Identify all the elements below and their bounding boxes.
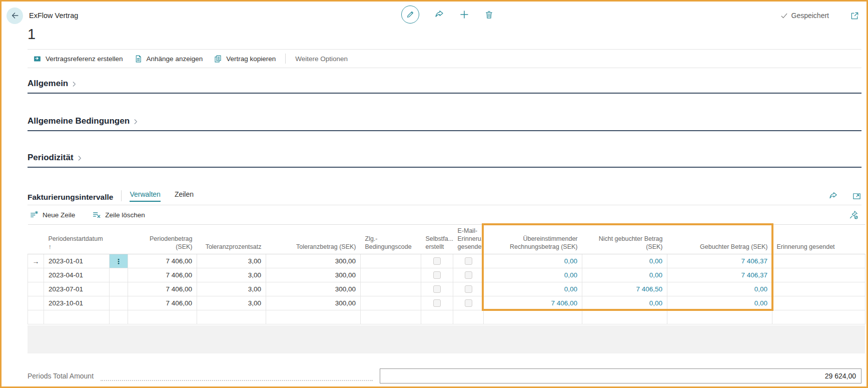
cell-gebuchter-betrag[interactable]: 0,00 xyxy=(667,282,772,296)
col-toleranzprozentsatz[interactable]: Toleranzprozentsatz xyxy=(197,225,266,254)
cell-toleranzbetrag[interactable]: 300,00 xyxy=(266,282,361,296)
pin-off-icon xyxy=(848,210,858,220)
cell-nicht-gebuchter-betrag[interactable]: 7 406,50 xyxy=(582,282,667,296)
cell-uebereinstimmender-rechnungsbetrag[interactable]: 0,00 xyxy=(484,268,582,282)
col-erinnerung-gesendet[interactable]: Erinnerung gesendet xyxy=(772,225,865,254)
checkbox-selbstfaktura[interactable] xyxy=(433,257,441,265)
cell-erinnerung-gesendet[interactable] xyxy=(772,254,865,268)
cell-toleranzprozentsatz[interactable]: 3,00 xyxy=(197,282,266,296)
cell-uebereinstimmender-rechnungsbetrag[interactable]: 7 406,00 xyxy=(484,296,582,310)
cell-nicht-gebuchter-betrag[interactable]: 0,00 xyxy=(582,254,667,268)
cell-gebuchter-betrag[interactable]: 7 406,37 xyxy=(667,268,772,282)
empty-cell[interactable] xyxy=(197,310,266,324)
cell-periodenbetrag[interactable]: 7 406,00 xyxy=(128,268,197,282)
cell-nicht-gebuchter-betrag[interactable]: 0,00 xyxy=(582,268,667,282)
cell-toleranzbetrag[interactable]: 300,00 xyxy=(266,296,361,310)
delete-button[interactable] xyxy=(484,10,494,20)
periods-total-row: Periods Total Amount 29 624,00 xyxy=(28,368,861,383)
cell-periodenbetrag[interactable]: 7 406,00 xyxy=(128,254,197,268)
section-periodizitaet: Periodizität xyxy=(28,131,861,168)
divider xyxy=(121,190,122,201)
empty-cell[interactable] xyxy=(266,310,361,324)
checkbox-email-erinnerung[interactable] xyxy=(465,257,472,265)
share-part-button[interactable] xyxy=(828,191,838,201)
empty-cell[interactable] xyxy=(453,310,484,324)
empty-cell[interactable] xyxy=(421,310,453,324)
cell-toleranzbetrag[interactable]: 300,00 xyxy=(266,254,361,268)
checkbox-email-erinnerung[interactable] xyxy=(465,285,472,293)
cell-uebereinstimmender-rechnungsbetrag[interactable]: 0,00 xyxy=(484,282,582,296)
cell-toleranzbetrag[interactable]: 300,00 xyxy=(266,268,361,282)
col-nicht-gebuchter-betrag[interactable]: Nicht gebuchter Betrag (SEK) xyxy=(582,225,667,254)
top-bar: ExFlow Vertrag Gespeichert xyxy=(2,2,866,25)
cell-uebereinstimmender-rechnungsbetrag[interactable]: 0,00 xyxy=(484,254,582,268)
checkbox-selbstfaktura[interactable] xyxy=(433,285,441,293)
cell-periodenstartdatum[interactable]: 2023-01-01 xyxy=(44,254,110,268)
empty-cell[interactable] xyxy=(361,310,421,324)
section-allgemeine-bedingungen-toggle[interactable]: Allgemeine Bedingungen xyxy=(28,116,139,126)
back-button[interactable] xyxy=(7,8,23,24)
checkbox-selbstfaktura[interactable] xyxy=(433,299,441,307)
checkbox-email-erinnerung[interactable] xyxy=(465,271,472,279)
empty-cell[interactable] xyxy=(667,310,772,324)
empty-cell[interactable] xyxy=(128,310,197,324)
cell-erinnerung-gesendet[interactable] xyxy=(772,282,865,296)
checkbox-selbstfaktura[interactable] xyxy=(433,271,441,279)
share-button[interactable] xyxy=(434,10,444,20)
divider xyxy=(285,54,286,64)
unpin-button[interactable] xyxy=(848,210,858,220)
empty-cell[interactable] xyxy=(484,310,582,324)
show-attachments-button[interactable]: Anhänge anzeigen xyxy=(129,55,209,63)
cell-gebuchter-betrag[interactable]: 7 406,37 xyxy=(667,254,772,268)
focus-mode-button[interactable] xyxy=(852,191,861,201)
create-contract-reference-button[interactable]: Vertragsreferenz erstellen xyxy=(28,55,129,63)
col-periodenstartdatum[interactable]: Periodenstartdatum ↑ xyxy=(44,225,110,254)
empty-cell[interactable] xyxy=(772,310,865,324)
cell-gebuchter-betrag[interactable]: 0,00 xyxy=(667,296,772,310)
cell-toleranzprozentsatz[interactable]: 3,00 xyxy=(197,254,266,268)
cell-periodenbetrag[interactable]: 7 406,00 xyxy=(128,282,197,296)
col-email-erinnerung-gesendet[interactable]: E-Mail- Erinneru... gesendet xyxy=(453,225,484,254)
row-menu-button[interactable]: ⋮ xyxy=(110,254,128,268)
grid-footer-area xyxy=(28,325,865,353)
col-zlg-bedingungscode[interactable]: Zlg.-Bedingungscode xyxy=(361,225,421,254)
cell-zlg-bedingungscode[interactable] xyxy=(361,268,421,282)
edit-button[interactable] xyxy=(401,6,419,24)
tab-zeilen[interactable]: Zeilen xyxy=(175,190,194,202)
periods-total-amount-field[interactable]: 29 624,00 xyxy=(380,368,861,383)
section-title: Allgemeine Bedingungen xyxy=(28,116,130,126)
command-bar: Vertragsreferenz erstellen Anhänge anzei… xyxy=(28,50,866,68)
cell-periodenstartdatum[interactable]: 2023-10-01 xyxy=(44,296,110,310)
col-toleranzbetrag[interactable]: Toleranzbetrag (SEK) xyxy=(266,225,361,254)
cell-erinnerung-gesendet[interactable] xyxy=(772,268,865,282)
cell-zlg-bedingungscode[interactable] xyxy=(361,296,421,310)
col-uebereinstimmender-rechnungsbetrag[interactable]: Übereinstimmender Rechnungsbetrag (SEK) xyxy=(484,225,582,254)
cell-zlg-bedingungscode[interactable] xyxy=(361,254,421,268)
empty-cell[interactable] xyxy=(582,310,667,324)
col-gebuchter-betrag[interactable]: Gebuchter Betrag (SEK) xyxy=(667,225,772,254)
new-line-button[interactable]: Neue Zeile xyxy=(30,210,75,219)
cell-toleranzprozentsatz[interactable]: 3,00 xyxy=(197,296,266,310)
command-label: Vertragsreferenz erstellen xyxy=(46,55,123,63)
section-periodizitaet-toggle[interactable]: Periodizität xyxy=(28,153,83,163)
tab-verwalten[interactable]: Verwalten xyxy=(130,190,160,202)
delete-line-button[interactable]: Zeile löschen xyxy=(92,210,145,219)
cell-nicht-gebuchter-betrag[interactable]: 0,00 xyxy=(582,296,667,310)
section-allgemein-toggle[interactable]: Allgemein xyxy=(28,79,78,89)
empty-cell[interactable] xyxy=(44,310,110,324)
cell-toleranzprozentsatz[interactable]: 3,00 xyxy=(197,268,266,282)
copy-contract-button[interactable]: Vertrag kopieren xyxy=(208,55,281,63)
more-options-button[interactable]: Weitere Optionen xyxy=(290,55,353,63)
chevron-right-icon xyxy=(76,155,83,162)
checkbox-email-erinnerung[interactable] xyxy=(465,299,472,307)
cell-zlg-bedingungscode[interactable] xyxy=(361,282,421,296)
section-allgemein: Allgemein xyxy=(28,68,861,94)
cell-erinnerung-gesendet[interactable] xyxy=(772,296,865,310)
cell-periodenstartdatum[interactable]: 2023-07-01 xyxy=(44,282,110,296)
popout-button[interactable] xyxy=(850,11,859,21)
col-selbstfaktura-erstellt[interactable]: Selbstfa... erstellt xyxy=(421,225,453,254)
cell-periodenbetrag[interactable]: 7 406,00 xyxy=(128,296,197,310)
new-button[interactable] xyxy=(459,10,469,20)
col-periodenbetrag[interactable]: Periodenbetrag (SEK) xyxy=(128,225,197,254)
cell-periodenstartdatum[interactable]: 2023-04-01 xyxy=(44,268,110,282)
